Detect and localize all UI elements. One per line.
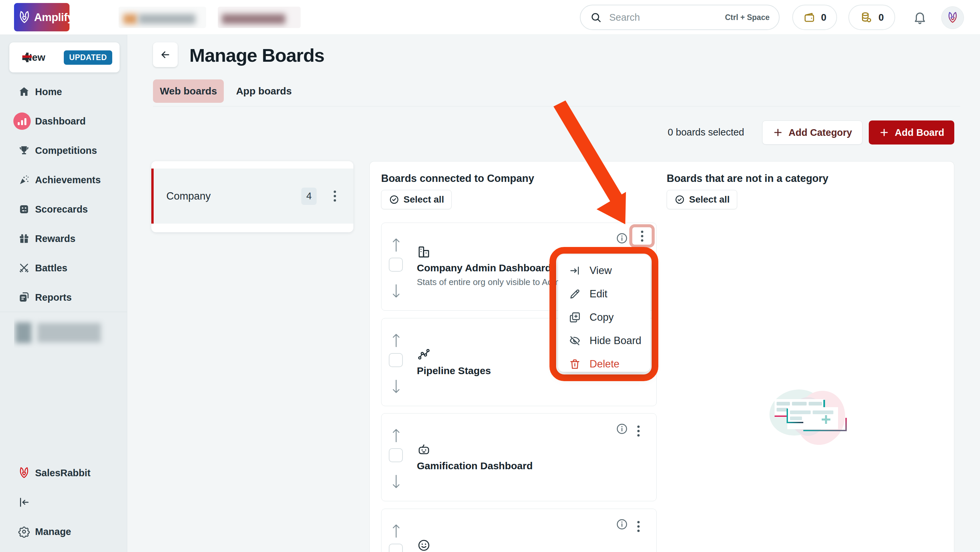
updated-badge: UPDATED <box>64 51 112 65</box>
gems-balance-pill[interactable]: 0 <box>848 5 895 30</box>
category-kebab-menu[interactable] <box>334 190 336 201</box>
collapse-icon <box>15 496 33 508</box>
search-input[interactable]: Search Ctrl + Space <box>580 5 780 30</box>
back-button[interactable] <box>153 42 178 67</box>
wallet-count: 0 <box>821 12 826 23</box>
board-title: Gamification Dashboard <box>417 460 533 471</box>
category-board-count-badge: 4 <box>301 187 317 205</box>
top-bar: Amplify Search Ctrl + Space 0 <box>0 0 980 34</box>
kebab-highlight-annotation <box>629 224 655 247</box>
smiley-icon <box>417 538 431 552</box>
move-up-icon[interactable] <box>391 523 401 539</box>
check-circle-icon <box>389 194 399 205</box>
amplify-logo[interactable]: Amplify <box>14 3 70 32</box>
category-panel: Company 4 <box>151 161 353 232</box>
open-in-icon <box>569 265 581 277</box>
category-name: Company <box>166 190 211 202</box>
board-kebab-menu[interactable] <box>641 231 643 242</box>
board-card-gamification-dashboard: Gamification Dashboard <box>381 413 657 501</box>
report-icon <box>15 291 33 303</box>
move-down-icon[interactable] <box>391 283 401 299</box>
board-kebab-menu[interactable] <box>637 521 640 532</box>
sidebar-item-dashboard[interactable]: Dashboard <box>0 106 127 136</box>
redacted-user-chip <box>218 7 301 28</box>
plus-new-icon <box>21 51 33 64</box>
redacted-sidebar-item <box>14 316 114 348</box>
board-checkbox[interactable] <box>389 448 403 462</box>
connected-boards-title: Boards connected to Company <box>381 173 534 184</box>
trophy-icon <box>15 144 33 157</box>
menu-item-delete[interactable]: Delete <box>558 352 650 376</box>
move-down-icon[interactable] <box>391 379 401 395</box>
sidebar-item-home[interactable]: Home <box>0 77 127 106</box>
buildings-icon <box>417 245 431 259</box>
check-circle-icon <box>675 194 685 205</box>
boards-container: Boards connected to Company Select all B… <box>369 161 954 552</box>
board-subtitle: Stats of entire org only visible to Admi… <box>417 277 571 287</box>
dashboard-icon <box>13 113 31 130</box>
sidebar-item-competitions[interactable]: Competitions <box>0 136 127 165</box>
brand-name: Amplify <box>34 11 73 24</box>
board-card-partial <box>381 509 657 552</box>
menu-item-copy[interactable]: Copy <box>558 306 650 329</box>
party-popper-icon <box>15 174 33 186</box>
empty-category-illustration <box>767 382 858 452</box>
plus-icon <box>879 127 889 138</box>
board-checkbox[interactable] <box>389 353 403 367</box>
menu-item-hide-board[interactable]: Hide Board <box>558 329 650 352</box>
redacted-org-chip <box>119 7 206 28</box>
uncategorized-boards-title: Boards that are not in a category <box>667 173 828 184</box>
pencil-icon <box>569 288 581 300</box>
select-all-uncategorized-button[interactable]: Select all <box>667 190 737 209</box>
notifications-bell-icon[interactable] <box>913 10 927 25</box>
tab-app-boards[interactable]: App boards <box>234 79 294 103</box>
search-icon <box>590 11 602 23</box>
move-up-icon[interactable] <box>391 332 401 348</box>
sidebar-item-reports[interactable]: Reports <box>0 283 127 312</box>
info-icon[interactable] <box>616 518 628 531</box>
sidebar-item-rewards[interactable]: Rewards <box>0 224 127 253</box>
info-icon[interactable] <box>616 422 628 435</box>
select-all-connected-button[interactable]: Select all <box>381 190 452 209</box>
category-row-company[interactable]: Company 4 <box>151 168 353 224</box>
add-category-button[interactable]: Add Category <box>762 121 862 144</box>
page-title: Manage Boards <box>189 44 325 66</box>
sidebar-divider <box>0 312 127 312</box>
menu-item-edit[interactable]: Edit <box>558 282 650 306</box>
arrow-left-icon <box>160 49 171 60</box>
salesrabbit-icon <box>15 466 33 479</box>
plus-icon <box>773 127 783 138</box>
sidebar-item-scorecards[interactable]: Scorecards <box>0 195 127 224</box>
wallet-icon <box>803 11 816 24</box>
sidebar-item-salesrabbit[interactable]: SalesRabbit <box>0 458 127 488</box>
board-title: Pipeline Stages <box>417 365 491 376</box>
wallet-balance-pill[interactable]: 0 <box>792 5 837 30</box>
new-button[interactable]: New UPDATED <box>10 42 119 72</box>
board-checkbox[interactable] <box>389 258 403 272</box>
sidebar-item-manage[interactable]: Manage <box>0 517 127 546</box>
move-up-icon[interactable] <box>391 428 401 444</box>
add-board-button[interactable]: Add Board <box>869 121 954 144</box>
gift-icon <box>15 233 33 244</box>
collapse-sidebar-button[interactable] <box>0 488 127 517</box>
board-checkbox[interactable] <box>389 544 403 552</box>
tab-web-boards[interactable]: Web boards <box>153 79 224 103</box>
sidebar: New UPDATED Home Dashboard Competitions <box>0 34 127 552</box>
trash-icon <box>569 358 581 370</box>
menu-item-view[interactable]: View <box>558 259 650 282</box>
eye-off-icon <box>569 335 581 347</box>
move-down-icon[interactable] <box>391 474 401 490</box>
sidebar-item-battles[interactable]: Battles <box>0 253 127 283</box>
board-title: Company Admin Dashboard <box>417 262 551 274</box>
sidebar-item-achievements[interactable]: Achievements <box>0 165 127 195</box>
board-context-menu: View Edit Copy Hide Board <box>558 255 650 372</box>
board-kebab-menu[interactable] <box>637 425 640 436</box>
info-icon[interactable] <box>616 232 628 244</box>
move-up-icon[interactable] <box>391 237 401 253</box>
user-avatar[interactable] <box>941 6 964 29</box>
home-icon <box>15 86 33 98</box>
search-placeholder: Search <box>609 12 718 23</box>
gamepad-icon <box>417 443 431 457</box>
copy-icon <box>569 311 581 324</box>
gear-icon <box>15 526 33 538</box>
